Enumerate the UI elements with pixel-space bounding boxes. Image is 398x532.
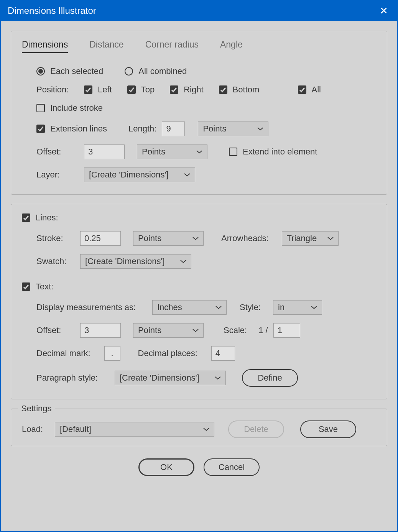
chevron-down-icon <box>215 305 222 309</box>
paragraph-select[interactable]: [Create 'Dimensions'] <box>115 371 226 385</box>
style-label: Style: <box>240 302 261 312</box>
stroke-label: Stroke: <box>36 233 75 243</box>
checkbox-top-label: Top <box>141 85 155 95</box>
checkbox-top[interactable] <box>127 85 136 94</box>
settings-fieldset: Settings Load: [Default] Delete Save <box>11 409 387 446</box>
scale-denominator-input[interactable] <box>273 323 300 338</box>
length-input[interactable] <box>162 122 185 136</box>
decimal-row: Decimal mark: Decimal places: <box>36 346 376 361</box>
define-button-label: Define <box>258 373 282 383</box>
extension-label: Extension lines <box>50 124 107 134</box>
length-unit-select[interactable]: Points <box>198 122 268 136</box>
checkbox-left-label: Left <box>98 85 112 95</box>
chevron-down-icon <box>257 127 263 131</box>
paragraph-label: Paragraph style: <box>36 373 109 383</box>
swatch-value: [Create 'Dimensions'] <box>85 256 165 266</box>
lines-header-row: Lines: <box>22 213 376 223</box>
text-offset-row: Offset: Points Scale: 1 / <box>36 323 376 338</box>
define-button[interactable]: Define <box>242 369 298 387</box>
checkbox-text[interactable] <box>22 282 30 291</box>
text-header-row: Text: <box>22 282 376 292</box>
offset-unit-select[interactable]: Points <box>137 144 207 159</box>
checkbox-all-label: All <box>312 85 321 95</box>
arrowheads-label: Arrowheads: <box>221 233 269 243</box>
load-select[interactable]: [Default] <box>55 422 214 437</box>
arrowheads-select[interactable]: Triangle <box>282 231 339 246</box>
swatch-select[interactable]: [Create 'Dimensions'] <box>80 254 191 269</box>
stroke-unit-value: Points <box>138 233 161 243</box>
layer-select[interactable]: [Create 'Dimensions'] <box>84 167 195 182</box>
decimal-places-input[interactable] <box>211 346 235 361</box>
close-icon[interactable]: ✕ <box>377 5 390 17</box>
load-value: [Default] <box>60 424 91 434</box>
length-label: Length: <box>128 124 156 134</box>
offset-label: Offset: <box>36 147 79 157</box>
offset-input[interactable] <box>84 144 125 159</box>
length-unit-value: Points <box>203 124 226 134</box>
style-select[interactable]: in <box>273 300 322 315</box>
tab-dimensions[interactable]: Dimensions <box>22 39 68 53</box>
position-label: Position: <box>36 85 79 95</box>
lines-text-panel: Lines: Stroke: Points Arrowheads: Triang… <box>11 204 387 399</box>
tabs: Dimensions Distance Corner radius Angle <box>22 39 376 53</box>
decimal-mark-label: Decimal mark: <box>36 348 90 358</box>
chevron-down-icon <box>311 305 317 309</box>
position-row: Position: Left Top Right Bottom All <box>36 85 376 95</box>
delete-button-label: Delete <box>244 424 268 434</box>
checkbox-left[interactable] <box>84 85 92 94</box>
swatch-row: Swatch: [Create 'Dimensions'] <box>36 254 376 269</box>
cancel-button[interactable]: Cancel <box>204 458 260 476</box>
save-button-label: Save <box>319 424 338 434</box>
tab-angle[interactable]: Angle <box>220 39 243 53</box>
checkbox-extend-into-element[interactable] <box>229 148 237 156</box>
dialog-buttons: OK Cancel <box>11 458 387 476</box>
delete-button: Delete <box>228 420 284 438</box>
checkbox-all[interactable] <box>298 85 306 94</box>
stroke-unit-select[interactable]: Points <box>133 231 204 246</box>
checkbox-extension-lines[interactable] <box>36 125 45 133</box>
cancel-button-label: Cancel <box>219 462 245 472</box>
text-offset-label: Offset: <box>36 325 75 335</box>
save-button[interactable]: Save <box>300 420 356 438</box>
checkbox-bottom[interactable] <box>219 85 227 94</box>
arrowheads-value: Triangle <box>287 233 317 243</box>
decimal-mark-input[interactable] <box>104 346 120 361</box>
radio-all-combined-label: All combined <box>138 66 187 76</box>
chevron-down-icon <box>192 328 199 332</box>
chevron-down-icon <box>192 236 199 240</box>
chevron-down-icon <box>327 236 334 240</box>
display-unit-value: Inches <box>157 302 182 312</box>
radio-all-combined[interactable] <box>125 67 133 76</box>
radio-each-selected-label: Each selected <box>50 66 103 76</box>
chevron-down-icon <box>215 376 221 380</box>
stroke-input[interactable] <box>80 231 121 246</box>
scale-prefix: 1 / <box>258 325 268 335</box>
settings-row: Load: [Default] Delete Save <box>22 420 376 438</box>
decimal-places-label: Decimal places: <box>138 348 197 358</box>
layer-value: [Create 'Dimensions'] <box>89 170 169 180</box>
include-stroke-label: Include stroke <box>50 103 103 113</box>
chevron-down-icon <box>180 259 186 263</box>
display-unit-select[interactable]: Inches <box>152 300 227 315</box>
ok-button[interactable]: OK <box>138 458 194 476</box>
tab-panel-dimensions: Dimensions Distance Corner radius Angle … <box>11 31 387 195</box>
chevron-down-icon <box>184 173 190 177</box>
swatch-label: Swatch: <box>36 256 75 266</box>
text-offset-unit-value: Points <box>138 325 161 335</box>
scale-label: Scale: <box>224 325 247 335</box>
text-offset-input[interactable] <box>80 323 121 338</box>
checkbox-include-stroke[interactable] <box>36 104 45 112</box>
checkbox-lines[interactable] <box>22 213 30 222</box>
paragraph-value: [Create 'Dimensions'] <box>120 373 199 383</box>
tab-corner-radius[interactable]: Corner radius <box>145 39 199 53</box>
load-label: Load: <box>22 424 49 434</box>
tab-distance[interactable]: Distance <box>89 39 123 53</box>
offset-row: Offset: Points Extend into element <box>36 144 376 159</box>
radio-each-selected[interactable] <box>36 67 45 76</box>
text-offset-unit-select[interactable]: Points <box>133 323 204 338</box>
titlebar: Dimensions Illustrator ✕ <box>1 1 397 21</box>
checkbox-right[interactable] <box>170 85 178 94</box>
chevron-down-icon <box>196 150 202 154</box>
lines-label: Lines: <box>36 213 58 223</box>
style-value: in <box>278 302 285 312</box>
